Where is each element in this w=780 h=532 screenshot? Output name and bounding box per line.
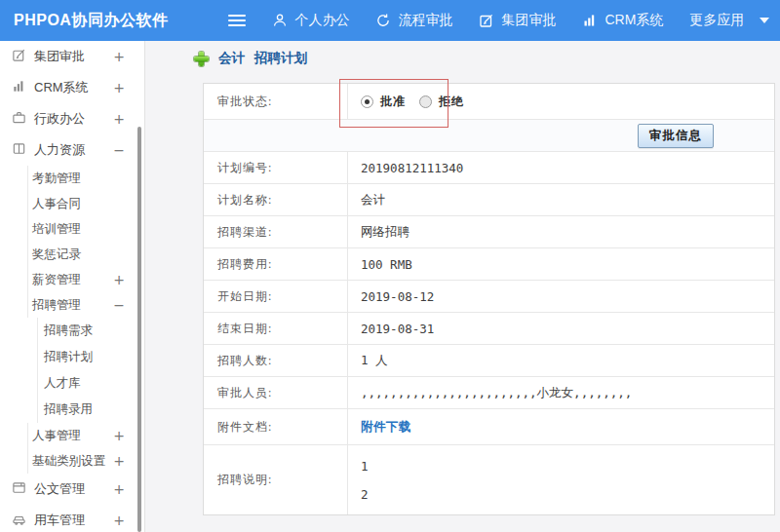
menu-label: 招聘管理	[32, 297, 81, 314]
nav-personal-office[interactable]: 个人办公	[272, 12, 349, 29]
field-label: 计划编号:	[204, 152, 348, 183]
menu-label: 人事管理	[32, 428, 81, 444]
briefcase-icon	[12, 110, 26, 128]
field-label: 附件文档:	[204, 409, 348, 444]
sidebar-item-base-category[interactable]: 基础类别设置 +	[27, 448, 144, 474]
description-line: 2	[361, 480, 369, 509]
sidebar-item-salary[interactable]: 薪资管理 +	[27, 267, 144, 292]
field-label: 招聘说明:	[204, 445, 348, 514]
menu-label: 招聘需求	[44, 323, 93, 339]
edit-square-icon	[12, 48, 26, 65]
expand-icon[interactable]: +	[113, 49, 125, 64]
table-row: 计划名称: 会计	[204, 184, 774, 216]
sidebar-item-recruit-hire[interactable]: 招聘录用	[37, 397, 144, 423]
expand-icon[interactable]: +	[113, 80, 125, 95]
expand-icon[interactable]: −	[113, 297, 125, 313]
hamburger-menu-icon[interactable]	[228, 15, 246, 26]
sidebar-item-training[interactable]: 培训管理	[27, 216, 144, 242]
caret-down-icon	[760, 18, 769, 23]
sidebar-menu: 集团审批 + CRM系统 + 行政办公 + 人力资源 − 考勤管	[0, 41, 145, 532]
description-line: 1	[361, 452, 369, 480]
app-title: PHPOA协同办公软件	[14, 11, 168, 31]
sidebar-item-recruit-mgmt[interactable]: 招聘管理 −	[27, 292, 144, 318]
expand-icon[interactable]: +	[113, 453, 125, 469]
field-value: 20190812111340	[348, 152, 774, 183]
menu-label: 招聘计划	[44, 349, 93, 365]
menu-label: 人才库	[44, 375, 81, 392]
history-icon	[375, 13, 391, 28]
table-row: 审批人员: ,,,,,,,,,,,,,,,,,,,,,,,,小龙女,,,,,,,…	[204, 377, 774, 409]
sidebar-scrollbar[interactable]	[137, 127, 141, 532]
sidebar-item-recruit-demand[interactable]: 招聘需求	[37, 318, 144, 344]
menu-label: 招聘录用	[44, 401, 93, 418]
field-label: 招聘人数:	[204, 345, 348, 376]
nav-label: 更多应用	[689, 12, 744, 29]
field-value: 1 人	[348, 345, 774, 376]
menu-label: 集团审批	[34, 48, 85, 65]
menu-label: 人力资源	[34, 141, 85, 159]
book-icon	[12, 141, 26, 159]
sidebar-item-admin-office[interactable]: 行政办公 +	[0, 103, 144, 134]
top-navigation-bar: PHPOA协同办公软件 个人办公 流程审批 集团审批	[0, 0, 780, 41]
field-label: 开始日期:	[204, 281, 348, 312]
add-plus-icon[interactable]	[194, 52, 209, 66]
expand-icon[interactable]: −	[113, 142, 125, 158]
approval-info-button[interactable]: 审批信息	[638, 124, 714, 148]
sidebar-item-vehicle-mgmt[interactable]: 用车管理 +	[0, 505, 144, 532]
field-label: 招聘渠道:	[204, 216, 348, 247]
menu-label: 公文管理	[34, 480, 85, 498]
expand-icon[interactable]: +	[113, 111, 125, 127]
sidebar-item-personnel-mgmt[interactable]: 人事管理 +	[27, 423, 144, 448]
sidebar-item-hr-contract[interactable]: 人事合同	[27, 191, 144, 216]
user-icon	[272, 13, 288, 28]
nav-label: 集团审批	[501, 12, 556, 29]
sidebar-item-attendance[interactable]: 考勤管理	[27, 166, 144, 191]
menu-label: 行政办公	[34, 110, 85, 128]
table-row: 招聘渠道: 网络招聘	[204, 216, 774, 248]
field-value: 1 2	[348, 445, 774, 514]
menu-label: 人事合同	[32, 196, 81, 212]
approval-status-row: 审批状态: 批准 拒绝	[204, 84, 774, 120]
table-row: 开始日期: 2019-08-12	[204, 281, 774, 313]
table-row: 结束日期: 2019-08-31	[204, 313, 774, 345]
radio-approve-label: 批准	[380, 94, 406, 110]
radio-reject[interactable]	[419, 95, 432, 108]
field-value: 2019-08-31	[348, 313, 774, 344]
expand-icon[interactable]: +	[113, 513, 125, 528]
sidebar-item-recruit-plan[interactable]: 招聘计划	[37, 344, 144, 370]
field-value: ,,,,,,,,,,,,,,,,,,,,,,,,小龙女,,,,,,,,	[348, 377, 774, 408]
nav-label: 个人办公	[294, 12, 349, 29]
expand-icon[interactable]: +	[113, 428, 125, 443]
attachment-download-link[interactable]: 附件下载	[361, 419, 411, 436]
field-value: 会计	[348, 184, 774, 215]
edit-square-icon	[479, 13, 494, 28]
recruit-plan-detail-table: 审批状态: 批准 拒绝 审批信息 计划编号: 20190812111340 计划…	[203, 83, 775, 515]
nav-crm-system[interactable]: CRM系统	[582, 12, 663, 29]
field-label: 结束日期:	[204, 313, 348, 344]
breadcrumb-plan-name: 会计	[218, 50, 245, 67]
expand-icon[interactable]: +	[113, 272, 125, 287]
sidebar-item-document-mgmt[interactable]: 公文管理 +	[0, 474, 144, 505]
field-label: 招聘费用:	[204, 248, 348, 280]
expand-icon[interactable]: +	[113, 481, 125, 497]
sidebar-item-hr[interactable]: 人力资源 −	[0, 134, 144, 166]
sidebar-item-group-approval[interactable]: 集团审批 +	[0, 41, 144, 72]
approval-action-row: 审批信息	[204, 120, 774, 152]
sidebar-item-rewards[interactable]: 奖惩记录	[27, 242, 144, 267]
sidebar-item-crm[interactable]: CRM系统 +	[0, 72, 144, 103]
sidebar-item-talent-pool[interactable]: 人才库	[37, 370, 144, 397]
nav-process-approval[interactable]: 流程审批	[375, 12, 452, 29]
menu-label: 培训管理	[32, 221, 81, 238]
nav-group-approval[interactable]: 集团审批	[479, 12, 556, 29]
table-row: 招聘费用: 100 RMB	[204, 248, 774, 281]
field-label: 计划名称:	[204, 184, 348, 215]
radio-reject-label: 拒绝	[439, 94, 464, 110]
bar-chart-icon	[582, 13, 598, 28]
radio-approve[interactable]	[361, 95, 373, 108]
field-value: 100 RMB	[348, 248, 774, 280]
nav-more-apps[interactable]: 更多应用	[689, 12, 769, 29]
breadcrumb: 会计 招聘计划	[194, 50, 307, 67]
field-label: 审批状态:	[204, 84, 348, 119]
menu-label: 基础类别设置	[32, 453, 105, 470]
menu-label: 考勤管理	[32, 171, 81, 187]
